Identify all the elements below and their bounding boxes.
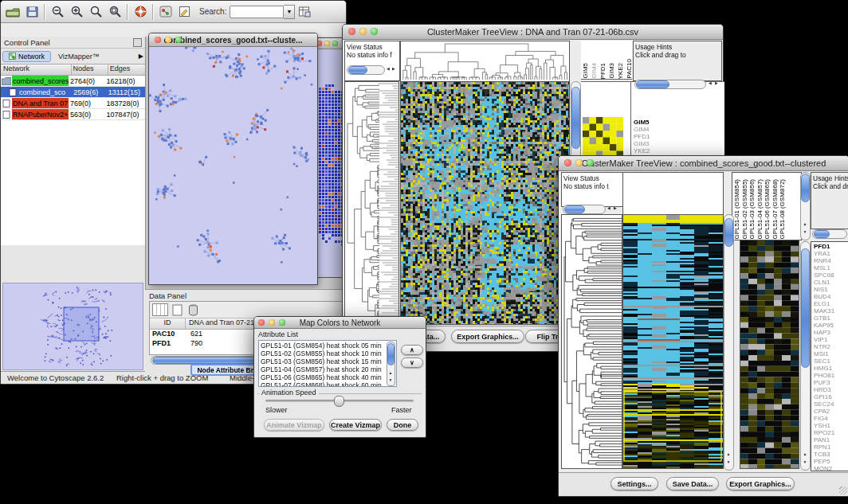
gene-label[interactable]: GIM3 <box>634 140 724 147</box>
close-button[interactable] <box>564 159 571 166</box>
attribute-list-item[interactable]: GPL51-01 (GSM854) heat shock 05 min <box>259 342 396 350</box>
scrollbar-thumb[interactable] <box>636 80 669 88</box>
maximize-button[interactable] <box>371 28 378 35</box>
gene-label[interactable]: MON2 <box>814 465 848 471</box>
move-up-button[interactable]: ∧ <box>401 345 423 355</box>
data-col-id[interactable]: ID <box>150 318 186 329</box>
export-graphics-button[interactable]: Export Graphics... <box>726 477 795 490</box>
settings-button[interactable]: Settings... <box>610 477 658 490</box>
gene-label[interactable]: ELG1 <box>814 300 848 307</box>
attribute-list-item[interactable]: GPL51-07 (GSM868) heat shock 60 min <box>259 381 396 387</box>
export-graphics-button[interactable]: Export Graphics... <box>451 330 524 343</box>
zoom-fit-button[interactable] <box>86 3 105 21</box>
attribute-browser-button[interactable] <box>295 3 314 21</box>
treeview2-titlebar[interactable]: ClusterMaker TreeView : combined_scores_… <box>559 156 848 171</box>
gene-label[interactable]: PUF3 <box>814 379 848 386</box>
zoom-out-button[interactable] <box>48 3 67 21</box>
scroll-right-arrow[interactable]: ▶ <box>713 81 720 85</box>
gene-label[interactable]: PFD1 <box>814 243 848 250</box>
scrollbar-thumb[interactable] <box>348 66 367 74</box>
gene-label[interactable]: YKE2 <box>634 147 724 154</box>
tab-vizmapper[interactable]: VizMapper™ <box>53 51 105 62</box>
gene-label[interactable]: HRD3 <box>814 386 848 393</box>
minimize-button[interactable] <box>359 28 367 35</box>
gene-label[interactable]: YSH1 <box>814 422 848 429</box>
scroll-down-arrow[interactable]: ▼ <box>802 460 808 464</box>
minimize-button[interactable] <box>575 159 583 166</box>
gene-label[interactable]: GPI16 <box>814 393 848 400</box>
gene-label[interactable]: VIP1 <box>814 336 848 343</box>
usage-hints-hscrollbar[interactable] <box>634 80 706 89</box>
scroll-right-arrow[interactable]: ▶ <box>612 206 618 210</box>
network-window-1-titlebar[interactable]: combined_scores_good.txt--cluste... <box>149 33 317 47</box>
gene-label[interactable]: SPC98 <box>814 272 848 279</box>
maximize-button[interactable] <box>175 37 182 43</box>
create-vizmap-button[interactable]: Create Vizmap <box>329 419 382 431</box>
zoom-heatmap-canvas[interactable] <box>740 240 799 469</box>
gene-label[interactable]: CLN1 <box>814 279 848 286</box>
scroll-up-arrow[interactable]: ▲ <box>725 452 732 456</box>
scroll-up-arrow[interactable]: ▲ <box>802 452 808 456</box>
usage-hints-hscrollbar[interactable] <box>812 229 847 239</box>
table-row-selected[interactable]: combined_sco 2569(6) 13112(15) <box>1 87 145 98</box>
animation-speed-slider-thumb[interactable] <box>334 396 344 407</box>
attribute-list-item[interactable]: GPL51-02 (GSM855) heat shock 10 min <box>259 350 396 357</box>
gene-label[interactable]: MSI1 <box>814 350 848 357</box>
gene-label[interactable]: YRA1 <box>814 250 848 257</box>
scroll-left-arrow[interactable]: ◀ <box>606 206 612 210</box>
open-session-button[interactable] <box>3 3 22 21</box>
gene-label[interactable]: TCB3 <box>814 451 848 458</box>
scroll-up-arrow[interactable]: ▲ <box>387 371 394 375</box>
gene-label[interactable]: RNR4 <box>814 257 848 264</box>
minimize-button[interactable] <box>269 319 275 326</box>
save-session-button[interactable] <box>22 3 41 21</box>
gene-label[interactable]: PEP5 <box>814 458 848 465</box>
maximize-button[interactable] <box>587 159 594 166</box>
animate-vizmap-button[interactable]: Animate Vizmap <box>264 419 324 431</box>
maximize-button[interactable] <box>332 41 338 46</box>
attribute-list-item[interactable]: GPL51-06 (GSM865) heat shock 40 min <box>259 373 396 381</box>
view-status-hscrollbar[interactable] <box>563 205 606 214</box>
move-down-button[interactable]: ∨ <box>401 357 423 368</box>
gene-label[interactable]: KAP95 <box>814 322 848 329</box>
gene-label[interactable]: HAP3 <box>814 329 848 336</box>
gene-label[interactable]: HMG1 <box>814 365 848 372</box>
select-attributes-icon[interactable] <box>152 303 168 316</box>
dialog-titlebar[interactable]: Map Colors to Network <box>254 317 426 329</box>
scrollbar-thumb[interactable] <box>801 248 810 368</box>
gene-label[interactable]: GIM5 <box>634 119 724 126</box>
scrollbar-thumb[interactable] <box>571 87 580 149</box>
gene-label[interactable]: SEC1 <box>814 357 848 365</box>
row-dendrogram-canvas[interactable] <box>344 81 399 325</box>
close-button[interactable] <box>258 319 265 326</box>
heatmap-canvas[interactable] <box>400 81 570 325</box>
gene-list-vscrollbar[interactable]: ▲ ▼ <box>800 241 811 471</box>
gene-label[interactable]: RPN1 <box>814 443 848 451</box>
column-dendrogram-canvas[interactable] <box>400 41 570 82</box>
heatmap-canvas[interactable] <box>622 214 724 469</box>
search-input[interactable] <box>230 6 284 18</box>
scroll-down-arrow[interactable]: ▼ <box>802 230 808 234</box>
listbox-vscrollbar[interactable]: ▲ ▼ <box>387 342 395 386</box>
scroll-down-arrow[interactable]: ▼ <box>725 460 732 464</box>
attribute-list-item[interactable]: GPL51-03 (GSM856) heat shock 15 min <box>259 357 396 365</box>
table-row[interactable]: DNA and Tran 07 769(0) 183728(0) <box>1 98 145 109</box>
gene-label[interactable]: MAK31 <box>814 307 848 315</box>
col-nodes[interactable]: Nodes <box>72 64 108 75</box>
gene-label[interactable]: CPA2 <box>814 408 848 415</box>
maximize-button[interactable] <box>279 319 285 326</box>
float-panel-icon[interactable] <box>133 38 142 47</box>
tab-network[interactable]: Network <box>2 51 51 62</box>
help-button[interactable] <box>131 3 150 21</box>
col-edges[interactable]: Edges <box>108 64 145 75</box>
gene-label[interactable]: GIM4 <box>634 126 724 133</box>
scroll-right-arrow[interactable]: ▶ <box>391 67 397 71</box>
gene-label[interactable]: GTB1 <box>814 315 848 322</box>
attribute-list-item[interactable]: GPL51-04 (GSM857) heat shock 20 min <box>259 365 396 373</box>
gene-label[interactable]: BUD4 <box>814 293 848 300</box>
delete-attribute-icon[interactable] <box>187 304 199 316</box>
scrollbar-thumb[interactable] <box>387 343 395 365</box>
gene-label[interactable]: FIG4 <box>814 415 848 422</box>
gene-label[interactable]: PFD1 <box>634 133 724 140</box>
network-window-2-titlebar[interactable] <box>314 38 346 49</box>
